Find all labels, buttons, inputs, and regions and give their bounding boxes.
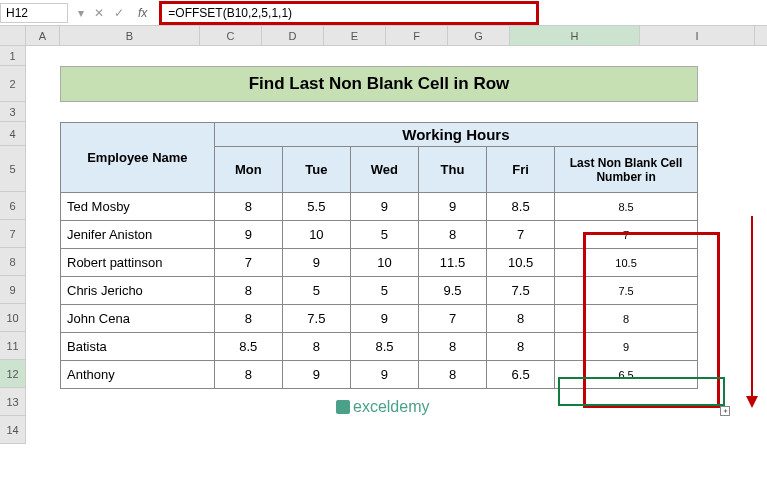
value-cell[interactable]: 8: [418, 221, 486, 249]
table-row: Anthony89986.56.5: [61, 361, 698, 389]
col-header-C[interactable]: C: [200, 26, 262, 45]
header-employee: Employee Name: [61, 123, 215, 193]
row-header-14[interactable]: 14: [0, 416, 25, 444]
formula-bar: H12 ▾ ✕ ✓ fx =OFFSET(B10,2,5,1,1): [0, 0, 767, 26]
table-row: Chris Jericho8559.57.57.5: [61, 277, 698, 305]
last-nonblank-cell[interactable]: 6.5: [555, 361, 698, 389]
dropdown-icon[interactable]: ▾: [78, 6, 84, 20]
employee-cell[interactable]: Anthony: [61, 361, 215, 389]
last-nonblank-cell[interactable]: 9: [555, 333, 698, 361]
column-headers: A B C D E F G H I: [0, 26, 767, 46]
last-nonblank-cell[interactable]: 8.5: [555, 193, 698, 221]
last-nonblank-cell[interactable]: 8: [555, 305, 698, 333]
value-cell[interactable]: 8: [214, 361, 282, 389]
row-header-9[interactable]: 9: [0, 276, 25, 304]
value-cell[interactable]: 7.5: [282, 305, 350, 333]
value-cell[interactable]: 8: [214, 193, 282, 221]
table-row: Ted Mosby85.5998.58.5: [61, 193, 698, 221]
row-header-1[interactable]: 1: [0, 46, 25, 66]
value-cell[interactable]: 8: [418, 333, 486, 361]
col-header-I[interactable]: I: [640, 26, 755, 45]
col-header-A[interactable]: A: [26, 26, 60, 45]
value-cell[interactable]: 6.5: [487, 361, 555, 389]
accept-icon[interactable]: ✓: [114, 6, 124, 20]
row-header-5[interactable]: 5: [0, 146, 25, 192]
value-cell[interactable]: 7.5: [487, 277, 555, 305]
data-table: Employee Name Working Hours Mon Tue Wed …: [60, 122, 698, 389]
last-nonblank-cell[interactable]: 7: [555, 221, 698, 249]
employee-cell[interactable]: Ted Mosby: [61, 193, 215, 221]
fx-icon[interactable]: fx: [134, 6, 151, 20]
employee-cell[interactable]: John Cena: [61, 305, 215, 333]
value-cell[interactable]: 10: [350, 249, 418, 277]
row-header-3[interactable]: 3: [0, 102, 25, 122]
value-cell[interactable]: 9: [214, 221, 282, 249]
col-header-D[interactable]: D: [262, 26, 324, 45]
employee-cell[interactable]: Jenifer Aniston: [61, 221, 215, 249]
value-cell[interactable]: 5.5: [282, 193, 350, 221]
last-nonblank-cell[interactable]: 7.5: [555, 277, 698, 305]
select-all-corner[interactable]: [0, 26, 26, 45]
formula-bar-icons: ▾ ✕ ✓ fx: [72, 6, 157, 20]
header-fri: Fri: [487, 147, 555, 193]
value-cell[interactable]: 8.5: [214, 333, 282, 361]
col-header-G[interactable]: G: [448, 26, 510, 45]
col-header-F[interactable]: F: [386, 26, 448, 45]
row-header-7[interactable]: 7: [0, 220, 25, 248]
watermark-text: exceldemy: [353, 398, 429, 416]
row-header-13[interactable]: 13: [0, 388, 25, 416]
col-header-E[interactable]: E: [324, 26, 386, 45]
value-cell[interactable]: 9: [350, 305, 418, 333]
value-cell[interactable]: 10.5: [487, 249, 555, 277]
value-cell[interactable]: 11.5: [418, 249, 486, 277]
table-row: John Cena87.59788: [61, 305, 698, 333]
row-header-11[interactable]: 11: [0, 332, 25, 360]
name-box[interactable]: H12: [0, 3, 68, 23]
value-cell[interactable]: 9.5: [418, 277, 486, 305]
value-cell[interactable]: 7: [418, 305, 486, 333]
table-row: Robert pattinson791011.510.510.5: [61, 249, 698, 277]
value-cell[interactable]: 8.5: [350, 333, 418, 361]
header-working-hours: Working Hours: [214, 123, 697, 147]
value-cell[interactable]: 8: [418, 361, 486, 389]
header-tue: Tue: [282, 147, 350, 193]
value-cell[interactable]: 9: [282, 361, 350, 389]
value-cell[interactable]: 8: [487, 305, 555, 333]
cancel-icon[interactable]: ✕: [94, 6, 104, 20]
table-row: Batista8.588.5889: [61, 333, 698, 361]
value-cell[interactable]: 9: [282, 249, 350, 277]
autofill-options-icon[interactable]: ＋: [720, 406, 730, 416]
formula-input[interactable]: =OFFSET(B10,2,5,1,1): [168, 6, 292, 20]
col-header-H[interactable]: H: [510, 26, 640, 45]
last-nonblank-cell[interactable]: 10.5: [555, 249, 698, 277]
value-cell[interactable]: 8: [214, 277, 282, 305]
value-cell[interactable]: 10: [282, 221, 350, 249]
watermark: exceldemy: [336, 398, 429, 416]
employee-cell[interactable]: Chris Jericho: [61, 277, 215, 305]
value-cell[interactable]: 9: [350, 361, 418, 389]
col-header-B[interactable]: B: [60, 26, 200, 45]
value-cell[interactable]: 9: [350, 193, 418, 221]
row-header-6[interactable]: 6: [0, 192, 25, 220]
header-thu: Thu: [418, 147, 486, 193]
employee-cell[interactable]: Batista: [61, 333, 215, 361]
value-cell[interactable]: 8: [487, 333, 555, 361]
value-cell[interactable]: 7: [214, 249, 282, 277]
row-header-2[interactable]: 2: [0, 66, 25, 102]
value-cell[interactable]: 5: [350, 221, 418, 249]
value-cell[interactable]: 5: [350, 277, 418, 305]
value-cell[interactable]: 8: [282, 333, 350, 361]
row-header-4[interactable]: 4: [0, 122, 25, 146]
value-cell[interactable]: 7: [487, 221, 555, 249]
row-header-8[interactable]: 8: [0, 248, 25, 276]
row-header-10[interactable]: 10: [0, 304, 25, 332]
table-row: Jenifer Aniston9105877: [61, 221, 698, 249]
value-cell[interactable]: 9: [418, 193, 486, 221]
spreadsheet-grid[interactable]: Find Last Non Blank Cell in Row Employee…: [26, 46, 767, 444]
value-cell[interactable]: 8.5: [487, 193, 555, 221]
row-header-12[interactable]: 12: [0, 360, 25, 388]
value-cell[interactable]: 5: [282, 277, 350, 305]
employee-cell[interactable]: Robert pattinson: [61, 249, 215, 277]
header-wed: Wed: [350, 147, 418, 193]
value-cell[interactable]: 8: [214, 305, 282, 333]
